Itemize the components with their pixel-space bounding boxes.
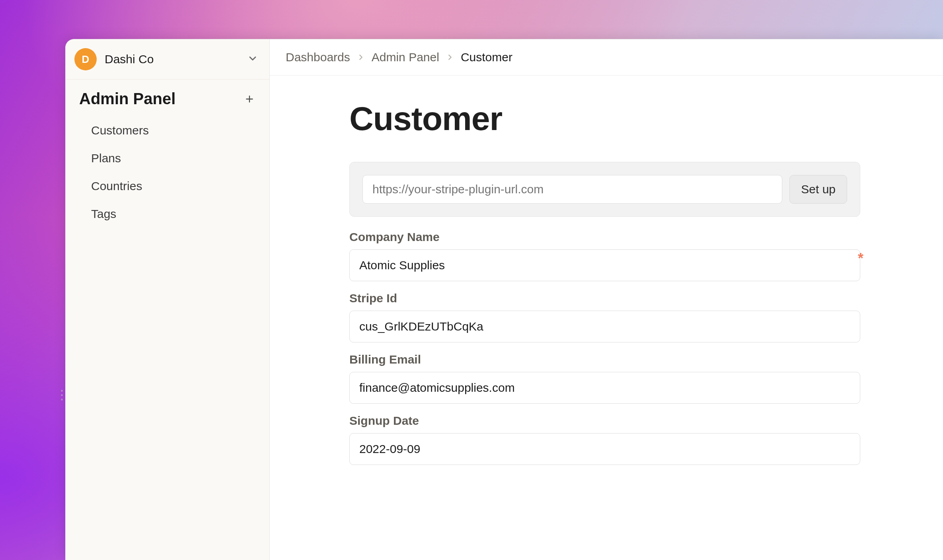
company-name-label: Company Name — [349, 230, 860, 244]
field-stripe-id: Stripe Id — [349, 292, 860, 342]
signup-date-label: Signup Date — [349, 414, 860, 428]
company-name-input[interactable] — [349, 249, 860, 281]
sidebar-item-customers[interactable]: Customers — [74, 117, 261, 144]
sidebar-item-tags[interactable]: Tags — [74, 200, 261, 228]
window-resize-handle[interactable] — [61, 390, 63, 401]
main-panel: Dashboards Admin Panel Customer Customer… — [270, 39, 943, 560]
sidebar-section-header: Admin Panel — [66, 80, 269, 115]
plugin-url-box: Set up — [349, 162, 860, 217]
org-avatar: D — [74, 48, 97, 70]
org-name: Dashi Co — [105, 52, 239, 66]
content-area: Customer Set up Company Name * Stripe Id… — [270, 76, 943, 499]
field-billing-email: Billing Email — [349, 353, 860, 404]
stripe-id-input[interactable] — [349, 311, 860, 342]
page-title: Customer — [349, 99, 919, 138]
breadcrumb: Dashboards Admin Panel Customer — [270, 39, 943, 76]
chevron-right-icon — [446, 53, 454, 62]
plugin-url-input[interactable] — [362, 175, 782, 204]
stripe-id-label: Stripe Id — [349, 292, 860, 305]
sidebar: D Dashi Co Admin Panel Customers Plans C… — [66, 39, 270, 560]
org-switcher[interactable]: D Dashi Co — [66, 39, 269, 80]
add-page-button[interactable] — [242, 91, 257, 107]
field-company-name: Company Name * — [349, 230, 860, 281]
billing-email-label: Billing Email — [349, 353, 860, 366]
setup-button[interactable]: Set up — [789, 175, 847, 204]
billing-email-input[interactable] — [349, 372, 860, 404]
sidebar-item-plans[interactable]: Plans — [74, 144, 261, 172]
breadcrumb-dashboards[interactable]: Dashboards — [286, 51, 350, 64]
sidebar-nav: Customers Plans Countries Tags — [66, 115, 269, 228]
field-signup-date: Signup Date — [349, 414, 860, 465]
chevron-right-icon — [357, 53, 365, 62]
sidebar-item-countries[interactable]: Countries — [74, 172, 261, 200]
breadcrumb-admin-panel[interactable]: Admin Panel — [372, 51, 439, 64]
app-window: D Dashi Co Admin Panel Customers Plans C… — [65, 39, 943, 560]
chevron-down-icon — [247, 53, 258, 66]
signup-date-input[interactable] — [349, 433, 860, 465]
sidebar-section-title: Admin Panel — [79, 90, 175, 108]
breadcrumb-current: Customer — [461, 51, 512, 64]
required-asterisk-icon: * — [858, 250, 863, 267]
